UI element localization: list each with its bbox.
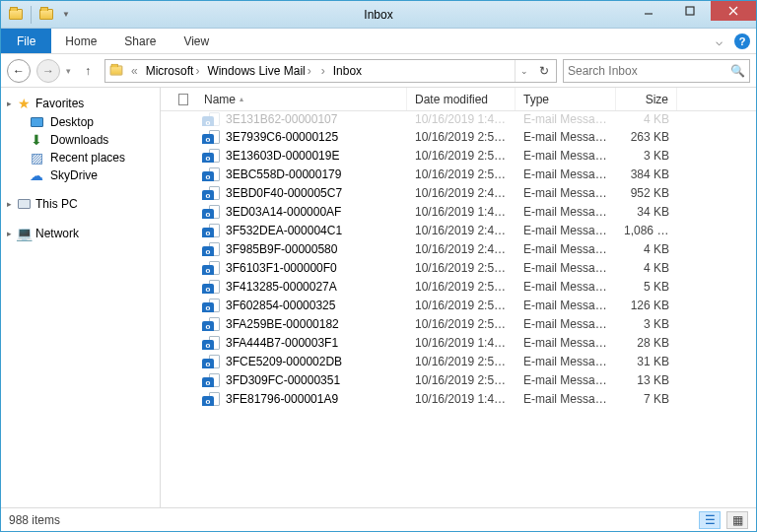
file-size: 13 KB: [616, 373, 677, 387]
forward-button[interactable]: →: [36, 59, 60, 83]
icons-view-button[interactable]: ▦: [726, 511, 748, 529]
nav-this-pc[interactable]: ▸ This PC: [1, 194, 160, 214]
properties-icon[interactable]: [5, 4, 27, 26]
file-date: 10/16/2019 2:53 PM: [407, 167, 516, 181]
file-size: 952 KB: [616, 186, 677, 200]
nav-downloads[interactable]: ⬇Downloads: [1, 131, 160, 149]
file-row[interactable]: o3F532DEA-000004C110/16/2019 2:44 PME-ma…: [161, 221, 741, 239]
new-folder-icon[interactable]: [35, 4, 57, 26]
file-size: 28 KB: [616, 336, 677, 350]
file-size: 4 KB: [616, 261, 677, 275]
search-box[interactable]: 🔍: [563, 59, 750, 83]
file-list-pane: Name▴ Date modified Type Size o3E131B62-…: [161, 88, 756, 507]
file-row[interactable]: o3F985B9F-0000058010/16/2019 2:42 PME-ma…: [161, 239, 741, 258]
breadcrumb-seg[interactable]: Inbox: [329, 64, 366, 78]
file-name: 3F985B9F-00000580: [226, 242, 337, 256]
file-row[interactable]: o3F602854-0000032510/16/2019 2:52 PME-ma…: [161, 296, 741, 314]
file-tab[interactable]: File: [1, 29, 51, 53]
column-date[interactable]: Date modified: [407, 88, 516, 110]
nav-favorites-header[interactable]: ▸ ★ Favorites: [1, 94, 160, 113]
breadcrumb-seg[interactable]: ›: [315, 64, 329, 78]
minimize-button[interactable]: [628, 1, 669, 21]
address-root-icon[interactable]: [105, 65, 127, 76]
file-size: 3 KB: [616, 149, 677, 163]
details-view-button[interactable]: ☰: [699, 511, 721, 529]
file-name-cell: o3F602854-00000325: [196, 299, 407, 312]
expand-ribbon-icon[interactable]: ⌵: [707, 30, 730, 53]
file-row[interactable]: o3E7939C6-0000012510/16/2019 2:53 PME-ma…: [161, 127, 741, 146]
file-type: E-mail Message: [516, 317, 616, 331]
email-file-icon: o: [204, 317, 220, 331]
nav-recent[interactable]: ▨Recent places: [1, 149, 160, 166]
file-size: 34 KB: [616, 205, 677, 219]
file-type: E-mail Message: [516, 355, 616, 368]
item-count: 988 items: [9, 513, 693, 527]
file-row[interactable]: o3FE81796-000001A910/16/2019 1:40 PME-ma…: [161, 389, 741, 408]
file-type: E-mail Message: [516, 186, 616, 200]
file-row[interactable]: o3E13603D-0000019E10/16/2019 2:53 PME-ma…: [161, 146, 741, 165]
file-row[interactable]: o3FA444B7-000003F110/16/2019 1:41 PME-ma…: [161, 333, 741, 352]
nav-network[interactable]: ▸ 💻 Network: [1, 224, 160, 243]
file-size: 263 KB: [616, 130, 677, 144]
column-checkbox[interactable]: [171, 88, 196, 110]
file-name: 3EBD0F40-000005C7: [226, 186, 342, 200]
file-row[interactable]: o3FA259BE-0000018210/16/2019 2:53 PME-ma…: [161, 314, 741, 333]
file-row[interactable]: o3F6103F1-000000F010/16/2019 2:53 PME-ma…: [161, 258, 741, 277]
collapse-icon: ▸: [7, 99, 12, 108]
email-file-icon: o: [204, 186, 220, 200]
home-tab[interactable]: Home: [51, 29, 110, 53]
file-row[interactable]: o3E131B62-0000010710/16/2019 1:40 PME-ma…: [161, 111, 741, 127]
file-date: 10/16/2019 1:40 PM: [407, 205, 516, 219]
file-name-cell: o3FA444B7-000003F1: [196, 336, 407, 350]
column-name[interactable]: Name▴: [196, 88, 407, 110]
maximize-button[interactable]: [669, 1, 711, 21]
up-button[interactable]: ↑: [77, 60, 99, 82]
column-label: Name: [204, 93, 236, 106]
share-tab[interactable]: Share: [110, 29, 170, 53]
file-row[interactable]: o3ED03A14-000000AF10/16/2019 1:40 PME-ma…: [161, 202, 741, 221]
file-name: 3F6103F1-000000F0: [226, 261, 337, 275]
help-icon[interactable]: ?: [734, 33, 750, 49]
nav-desktop[interactable]: Desktop: [1, 113, 160, 131]
address-dropdown-icon[interactable]: ⌄: [515, 60, 532, 82]
body: ▸ ★ Favorites Desktop ⬇Downloads ▨Recent…: [1, 88, 756, 507]
file-row[interactable]: o3FD309FC-0000035110/16/2019 2:52 PME-ma…: [161, 370, 741, 389]
network-icon: 💻: [16, 226, 32, 241]
file-type: E-mail Message: [516, 112, 616, 126]
file-row[interactable]: o3FCE5209-000002DB10/16/2019 2:52 PME-ma…: [161, 352, 741, 370]
close-button[interactable]: [711, 1, 756, 21]
file-name: 3E131B62-00000107: [226, 112, 337, 126]
email-file-icon: o: [204, 242, 220, 256]
file-name-cell: o3E7939C6-00000125: [196, 130, 407, 144]
view-tab[interactable]: View: [170, 29, 223, 53]
breadcrumb-chevron-icon[interactable]: «: [127, 64, 142, 78]
file-row[interactable]: o3EBC558D-0000017910/16/2019 2:53 PME-ma…: [161, 165, 741, 183]
file-rows[interactable]: o3E131B62-0000010710/16/2019 1:40 PME-ma…: [161, 111, 756, 507]
file-row[interactable]: o3F413285-0000027A10/16/2019 2:53 PME-ma…: [161, 277, 741, 296]
breadcrumb-label: Microsoft: [146, 64, 194, 78]
nav-skydrive[interactable]: ☁SkyDrive: [1, 166, 160, 184]
collapse-icon: ▸: [7, 199, 12, 209]
file-name: 3E7939C6-00000125: [226, 130, 338, 144]
file-row[interactable]: o3EBD0F40-000005C710/16/2019 2:41 PME-ma…: [161, 183, 741, 202]
search-input[interactable]: [568, 64, 730, 78]
email-file-icon: o: [204, 149, 220, 163]
refresh-button[interactable]: ↻: [532, 60, 556, 82]
email-file-icon: o: [204, 205, 220, 219]
breadcrumb-seg[interactable]: Microsoft›: [142, 64, 204, 78]
breadcrumb-seg[interactable]: Windows Live Mail›: [203, 64, 314, 78]
file-name-cell: o3F6103F1-000000F0: [196, 261, 407, 275]
history-dropdown-icon[interactable]: ▾: [66, 66, 71, 76]
email-file-icon: o: [204, 167, 220, 181]
computer-icon: [16, 196, 32, 212]
back-button[interactable]: ←: [7, 59, 31, 83]
column-size[interactable]: Size: [616, 88, 677, 110]
column-type[interactable]: Type: [516, 88, 616, 110]
nav-label: Recent places: [50, 151, 125, 165]
qat-dropdown-icon[interactable]: ▼: [59, 4, 73, 26]
file-date: 10/16/2019 2:53 PM: [407, 149, 516, 163]
file-size: 5 KB: [616, 280, 677, 294]
address-bar[interactable]: « Microsoft› Windows Live Mail› › Inbox …: [104, 59, 557, 83]
column-headers: Name▴ Date modified Type Size: [161, 88, 756, 111]
quick-launch: ▼: [1, 1, 77, 28]
